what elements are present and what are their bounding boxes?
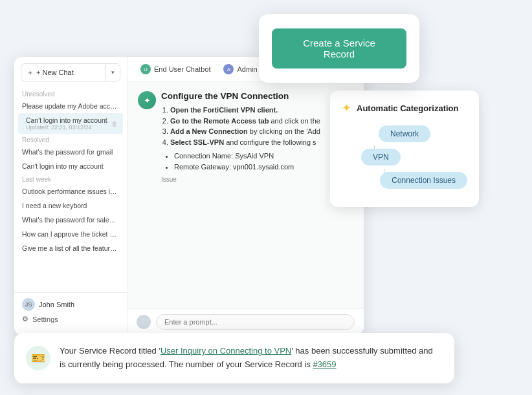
step-3: Add a New Connection by clicking on the …: [170, 126, 320, 137]
chat-window: ＋ + New Chat ▾ Unresolved Please update …: [14, 57, 364, 335]
user-avatar-small: [137, 315, 151, 329]
sidebar-item-salesforce[interactable]: What's the password for salesforce: [14, 213, 127, 227]
step-2: Go to the Remote Access tab and click on…: [170, 116, 320, 127]
sidebar-item-approve[interactable]: How can I approve the ticket of this fbb…: [14, 227, 127, 241]
chat-input-area: [127, 308, 364, 335]
cat-node-connection: Connection Issues: [380, 172, 467, 189]
last-week-label: Last week: [14, 173, 127, 184]
sidebar-item-features[interactable]: Give me a list of all the features...: [14, 241, 127, 255]
trash-icon[interactable]: 🗑: [111, 120, 118, 127]
service-record-card: Create a Service Record: [259, 14, 419, 83]
auto-categorization-card: ✦ Automatic Categorization Network VPN C…: [330, 91, 479, 207]
create-service-record-button[interactable]: Create a Service Record: [272, 28, 406, 69]
cat-node-network: Network: [379, 125, 430, 142]
notification-record-number[interactable]: #3659: [313, 359, 336, 369]
step-4: Select SSL-VPN and configure the followi…: [170, 137, 320, 148]
message-title: Configure the VPN Connection: [161, 91, 320, 101]
new-chat-button[interactable]: ＋ + New Chat ▾: [21, 63, 120, 81]
auto-cat-header: ✦ Automatic Categorization: [342, 101, 467, 115]
cat-node-vpn: VPN: [361, 149, 401, 165]
chat-input[interactable]: [156, 314, 355, 330]
sidebar: ＋ + New Chat ▾ Unresolved Please update …: [14, 57, 127, 335]
sidebar-item-adobe[interactable]: Please update my Adobe account with: [14, 99, 127, 113]
avatar: JS: [22, 298, 35, 311]
settings-label: Settings: [32, 315, 58, 323]
bullet-1: Connection Name: SysAid VPN: [174, 151, 320, 162]
admin-icon: A: [223, 64, 234, 74]
gear-icon: ⚙: [22, 315, 28, 323]
end-user-icon: U: [140, 64, 151, 74]
sidebar-bottom: JS John Smith ⚙ Settings: [14, 292, 127, 328]
sidebar-item-outlook[interactable]: Outlook performance issues in Javascr...: [14, 184, 127, 198]
step-1: Open the FortiClient VPN client.: [170, 105, 320, 116]
message-body: Configure the VPN Connection Open the Fo…: [161, 91, 320, 183]
success-icon: 🎫: [26, 346, 50, 370]
issue-tag: Issue: [161, 176, 320, 183]
sparkle-icon: ✦: [342, 101, 351, 115]
message-header: ✦ Configure the VPN Connection Open the …: [138, 91, 353, 183]
unresolved-label: Unresolved: [14, 88, 127, 99]
notification-text-before: Your Service Record titled ': [60, 346, 161, 356]
success-notification: 🎫 Your Service Record titled 'User Inqui…: [14, 333, 454, 383]
checkmark-icon: 🎫: [31, 351, 45, 365]
cat-nodes: Network VPN Connection Issues: [342, 125, 467, 195]
auto-cat-title: Automatic Categorization: [357, 103, 458, 113]
new-chat-label: + New Chat: [36, 69, 74, 76]
settings-link[interactable]: ⚙ Settings: [22, 315, 119, 323]
plus-icon: ＋: [27, 68, 34, 78]
tab-end-user[interactable]: U End User Chatbot: [137, 62, 214, 76]
sidebar-item-cant-login[interactable]: Can't login into my account Updated: 22:…: [18, 113, 123, 134]
bot-icon: ✦: [138, 91, 156, 109]
chat-content: ✦ Configure the VPN Connection Open the …: [127, 82, 364, 308]
notification-link[interactable]: User Inquiry on Connecting to VPN: [161, 346, 291, 356]
sidebar-item-keyboard[interactable]: I need a new keybord: [14, 198, 127, 213]
new-chat-main[interactable]: ＋ + New Chat: [21, 68, 105, 78]
bullet-2: Remote Gateway: vpn001.sysaid.com: [174, 162, 320, 173]
chevron-down-icon[interactable]: ▾: [105, 64, 120, 81]
chat-main: U End User Chatbot A Admin Chatbot ✦ Con…: [127, 57, 364, 335]
sidebar-item-login2[interactable]: Can't login into my account: [14, 159, 127, 173]
user-profile[interactable]: JS John Smith: [22, 298, 119, 311]
user-name: John Smith: [39, 301, 74, 308]
success-text: Your Service Record titled 'User Inquiry…: [60, 345, 440, 372]
end-user-tab-label: End User Chatbot: [154, 65, 210, 73]
sidebar-item-gmail[interactable]: What's the password for gmail: [14, 145, 127, 159]
resolved-label: Resolved: [14, 134, 127, 145]
